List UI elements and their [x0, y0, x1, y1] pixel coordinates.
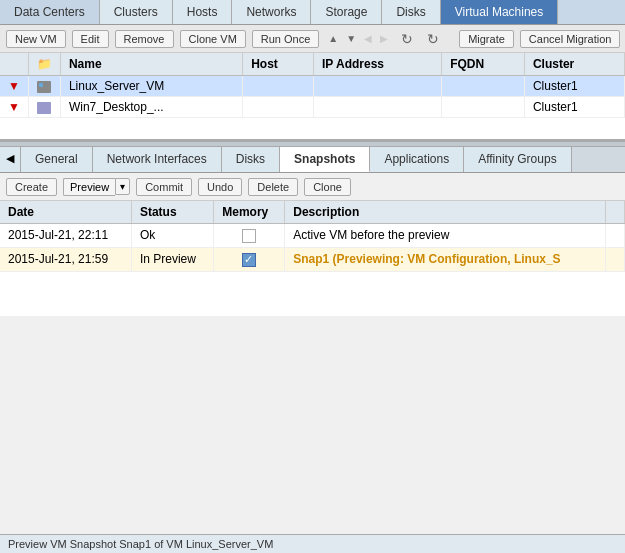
- status-bar-text: Preview VM Snapshot Snap1 of VM Linux_Se…: [8, 538, 273, 550]
- memory-checkbox-checked: [242, 253, 256, 267]
- col-snap-description: Description: [285, 201, 606, 224]
- row-host-2: [243, 97, 314, 118]
- row-name-1: Linux_Server_VM: [60, 76, 242, 97]
- col-icon: 📁: [28, 53, 60, 76]
- down-arrow-button[interactable]: ▼: [343, 32, 359, 45]
- tab-general[interactable]: General: [21, 147, 93, 172]
- folder-icon: 📁: [37, 57, 52, 71]
- undo-button[interactable]: Undo: [198, 178, 242, 196]
- tab-hosts[interactable]: Hosts: [173, 0, 233, 24]
- refresh-button[interactable]: ↻: [397, 30, 417, 48]
- refresh-disabled-button[interactable]: ↻: [423, 30, 443, 48]
- tab-data-centers[interactable]: Data Centers: [0, 0, 100, 24]
- row-type-icon-1: [28, 76, 60, 97]
- tab-network-interfaces[interactable]: Network Interfaces: [93, 147, 222, 172]
- snapshot-table-container: Date Status Memory Description 2015-Jul-…: [0, 201, 625, 316]
- snap-extra-1: [605, 224, 624, 248]
- preview-dropdown-button[interactable]: ▾: [115, 178, 130, 195]
- col-fqdn: FQDN: [442, 53, 525, 76]
- col-snap-extra: [605, 201, 624, 224]
- memory-checkbox-empty: [242, 229, 256, 243]
- col-cluster: Cluster: [524, 53, 624, 76]
- row-fqdn-1: [442, 76, 525, 97]
- vm-table-header: 📁 Name Host IP Address FQDN Cluster: [0, 53, 625, 76]
- status-bar: Preview VM Snapshot Snap1 of VM Linux_Se…: [0, 534, 625, 553]
- snap-extra-2: [605, 247, 624, 271]
- col-snap-memory: Memory: [214, 201, 285, 224]
- left-arrow-button[interactable]: ◀: [361, 32, 375, 45]
- row-expand-1: ▼: [0, 76, 28, 97]
- delete-snapshot-button[interactable]: Delete: [248, 178, 298, 196]
- clone-snapshot-button[interactable]: Clone: [304, 178, 351, 196]
- col-snap-date: Date: [0, 201, 131, 224]
- preview-button-group: Preview ▾: [63, 178, 130, 196]
- tab-applications[interactable]: Applications: [370, 147, 464, 172]
- preview-button[interactable]: Preview: [63, 178, 115, 196]
- row-cluster-2: Cluster1: [524, 97, 624, 118]
- col-host: Host: [243, 53, 314, 76]
- snapshot-table: Date Status Memory Description 2015-Jul-…: [0, 201, 625, 272]
- tab-storage[interactable]: Storage: [311, 0, 382, 24]
- snap-description-2: Snap1 (Previewing: VM Configuration, Lin…: [285, 247, 606, 271]
- tab-disks[interactable]: Disks: [222, 147, 280, 172]
- table-row[interactable]: 2015-Jul-21, 22:11 Ok Active VM before t…: [0, 224, 625, 248]
- table-row[interactable]: ▼ Win7_Desktop_... Cluster1: [0, 97, 625, 118]
- col-ip: IP Address: [314, 53, 442, 76]
- create-snapshot-button[interactable]: Create: [6, 178, 57, 196]
- tab-disks[interactable]: Disks: [382, 0, 440, 24]
- migrate-button[interactable]: Migrate: [459, 30, 514, 48]
- row-expand-2: ▼: [0, 97, 28, 118]
- snap-status-1: Ok: [131, 224, 213, 248]
- col-expand: [0, 53, 28, 76]
- tab-virtual-machines[interactable]: Virtual Machines: [441, 0, 559, 24]
- up-arrow-button[interactable]: ▲: [325, 32, 341, 45]
- tab-affinity-groups[interactable]: Affinity Groups: [464, 147, 571, 172]
- down-arrow-icon: ▼: [8, 79, 20, 93]
- snap-date-2: 2015-Jul-21, 21:59: [0, 247, 131, 271]
- row-fqdn-2: [442, 97, 525, 118]
- snap-date-1: 2015-Jul-21, 22:11: [0, 224, 131, 248]
- tab-clusters[interactable]: Clusters: [100, 0, 173, 24]
- server-vm-icon: [37, 81, 51, 93]
- vm-table-container: 📁 Name Host IP Address FQDN Cluster ▼ Li…: [0, 53, 625, 141]
- snap-memory-2: [214, 247, 285, 271]
- row-cluster-1: Cluster1: [524, 76, 624, 97]
- snap-memory-1: [214, 224, 285, 248]
- bottom-tabs: ◀ General Network Interfaces Disks Snaps…: [0, 147, 625, 173]
- table-row[interactable]: 2015-Jul-21, 21:59 In Preview Snap1 (Pre…: [0, 247, 625, 271]
- commit-button[interactable]: Commit: [136, 178, 192, 196]
- top-nav: Data Centers Clusters Hosts Networks Sto…: [0, 0, 625, 25]
- snap-table-header: Date Status Memory Description: [0, 201, 625, 224]
- tab-networks[interactable]: Networks: [232, 0, 311, 24]
- vm-table: 📁 Name Host IP Address FQDN Cluster ▼ Li…: [0, 53, 625, 118]
- snap-status-2: In Preview: [131, 247, 213, 271]
- right-arrow-button[interactable]: ▶: [377, 32, 391, 45]
- table-row[interactable]: ▼ Linux_Server_VM Cluster1: [0, 76, 625, 97]
- snap-description-1: Active VM before the preview: [285, 224, 606, 248]
- row-type-icon-2: [28, 97, 60, 118]
- run-once-button[interactable]: Run Once: [252, 30, 320, 48]
- snapshot-toolbar: Create Preview ▾ Commit Undo Delete Clon…: [0, 173, 625, 201]
- bottom-tab-left-arrow[interactable]: ◀: [0, 147, 21, 172]
- remove-button[interactable]: Remove: [115, 30, 174, 48]
- col-snap-status: Status: [131, 201, 213, 224]
- new-vm-button[interactable]: New VM: [6, 30, 66, 48]
- desktop-vm-icon: [37, 102, 51, 114]
- row-name-2: Win7_Desktop_...: [60, 97, 242, 118]
- tab-snapshots[interactable]: Snapshots: [280, 147, 370, 172]
- cancel-migration-button[interactable]: Cancel Migration: [520, 30, 621, 48]
- vm-toolbar: New VM Edit Remove Clone VM Run Once ▲ ▼…: [0, 25, 625, 53]
- col-name: Name: [60, 53, 242, 76]
- edit-button[interactable]: Edit: [72, 30, 109, 48]
- row-host-1: [243, 76, 314, 97]
- down-arrow-icon: ▼: [8, 100, 20, 114]
- row-ip-2: [314, 97, 442, 118]
- row-ip-1: [314, 76, 442, 97]
- clone-vm-button[interactable]: Clone VM: [180, 30, 246, 48]
- arrow-controls: ▲ ▼ ◀ ▶: [325, 32, 391, 45]
